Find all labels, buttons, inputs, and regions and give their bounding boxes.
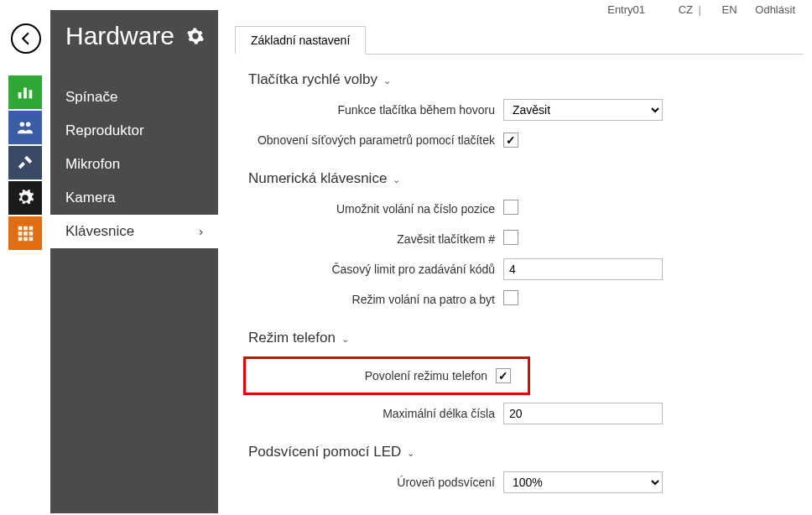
row-reset-network: Obnovení síťových parametrů pomocí tlačí… bbox=[243, 128, 804, 152]
row-code-timeout: Časový limit pro zadávání kódů bbox=[243, 258, 804, 281]
row-allow-position-dial: Umožnit volání na číslo pozice bbox=[243, 197, 804, 221]
people-icon bbox=[16, 118, 34, 137]
content: Základní nastavení Tlačítka rychlé volby… bbox=[235, 25, 804, 512]
label-hangup-hash: Zavěsit tlačítkem # bbox=[243, 232, 503, 246]
icon-rail bbox=[8, 75, 42, 252]
lang-switch[interactable]: CZ | EN bbox=[664, 3, 741, 16]
chevron-down-icon: ⌄ bbox=[407, 448, 414, 458]
svg-rect-1 bbox=[23, 88, 27, 99]
chevron-right-icon: › bbox=[199, 225, 203, 238]
sidebar: Hardware Spínače Reproduktor Mikrofon Ka… bbox=[50, 10, 218, 513]
label-floor-apartment: Režim volání na patro a byt bbox=[243, 293, 503, 306]
rail-services[interactable] bbox=[8, 146, 42, 179]
back-button[interactable] bbox=[11, 23, 41, 54]
svg-rect-0 bbox=[18, 92, 22, 98]
section-phone-mode: Režim telefon ⌄ Povolení režimu telefon … bbox=[243, 330, 804, 425]
page-title: Hardware bbox=[65, 22, 174, 50]
section-numeric-keypad: Numerická klávesnice ⌄ Umožnit volání na… bbox=[243, 170, 804, 311]
section-title-led-backlight[interactable]: Podsvícení pomocí LED ⌄ bbox=[243, 444, 804, 460]
section-led-backlight: Podsvícení pomocí LED ⌄ Úroveň podsvícen… bbox=[243, 444, 804, 494]
sidebar-title: Hardware bbox=[50, 10, 218, 57]
sidebar-item-label: Reproduktor bbox=[65, 122, 144, 139]
svg-point-4 bbox=[26, 122, 30, 127]
row-button-function: Funkce tlačítka během hovoru Zavěsit bbox=[243, 98, 804, 122]
gear-icon[interactable] bbox=[186, 27, 205, 45]
label-allow-position-dial: Umožnit volání na číslo pozice bbox=[243, 202, 503, 216]
lang-cz[interactable]: CZ bbox=[679, 3, 693, 16]
row-enable-phone: Povolení režimu telefon bbox=[246, 364, 528, 388]
arrow-left-icon bbox=[18, 31, 34, 46]
section-title-numeric-keypad[interactable]: Numerická klávesnice ⌄ bbox=[243, 170, 804, 187]
sidebar-item-label: Kamera bbox=[65, 190, 116, 206]
section-title-quick-dial[interactable]: Tlačítka rychlé volby ⌄ bbox=[243, 71, 804, 88]
label-enable-phone: Povolení režimu telefon bbox=[246, 369, 496, 382]
topbar: Entry01 CZ | EN Odhlásit bbox=[592, 3, 795, 16]
sidebar-item-switches[interactable]: Spínače bbox=[50, 81, 218, 114]
sidebar-item-label: Mikrofon bbox=[65, 156, 120, 173]
rail-directory[interactable] bbox=[8, 111, 42, 144]
rail-status[interactable] bbox=[8, 75, 42, 109]
tab-basic-settings[interactable]: Základní nastavení bbox=[235, 26, 366, 55]
rail-system[interactable] bbox=[8, 216, 42, 250]
checkbox-reset-network[interactable] bbox=[503, 133, 518, 148]
sidebar-item-microphone[interactable]: Mikrofon bbox=[50, 148, 218, 181]
bars-icon bbox=[16, 83, 34, 101]
svg-rect-11 bbox=[18, 237, 23, 242]
section-quick-dial: Tlačítka rychlé volby ⌄ Funkce tlačítka … bbox=[243, 71, 804, 152]
highlight-enable-phone: Povolení režimu telefon bbox=[243, 356, 530, 395]
label-max-number-length: Maximální délka čísla bbox=[243, 407, 503, 420]
label-code-timeout: Časový limit pro zadávání kódů bbox=[243, 263, 503, 276]
row-floor-apartment: Režim volání na patro a byt bbox=[243, 288, 804, 311]
chevron-down-icon: ⌄ bbox=[393, 174, 400, 185]
svg-rect-5 bbox=[18, 226, 23, 231]
tabs: Základní nastavení bbox=[235, 25, 804, 55]
tools-icon bbox=[16, 153, 34, 172]
grid-icon bbox=[16, 224, 34, 242]
chevron-down-icon: ⌄ bbox=[383, 75, 391, 86]
chevron-down-icon: ⌄ bbox=[341, 334, 349, 344]
sidebar-item-speaker[interactable]: Reproduktor bbox=[50, 114, 218, 148]
svg-rect-8 bbox=[18, 231, 23, 236]
label-backlight-level: Úroveň podsvícení bbox=[243, 476, 503, 489]
svg-point-3 bbox=[20, 122, 24, 127]
section-title-phone-mode[interactable]: Režim telefon ⌄ bbox=[243, 330, 804, 346]
row-backlight-level: Úroveň podsvícení 100% bbox=[243, 471, 804, 494]
row-max-number-length: Maximální délka čísla bbox=[243, 402, 804, 425]
label-reset-network: Obnovení síťových parametrů pomocí tlačí… bbox=[243, 133, 503, 147]
sidebar-item-label: Spínače bbox=[65, 89, 117, 106]
label-button-function: Funkce tlačítka během hovoru bbox=[243, 103, 503, 117]
svg-rect-13 bbox=[29, 237, 34, 242]
checkbox-floor-apartment[interactable] bbox=[503, 290, 518, 305]
svg-rect-2 bbox=[29, 90, 33, 98]
select-button-function[interactable]: Zavěsit bbox=[503, 99, 663, 121]
row-hangup-hash: Zavěsit tlačítkem # bbox=[243, 227, 804, 251]
select-backlight-level[interactable]: 100% bbox=[503, 471, 663, 493]
checkbox-enable-phone[interactable] bbox=[496, 368, 511, 383]
lang-separator: | bbox=[695, 3, 705, 16]
entry-name[interactable]: Entry01 bbox=[607, 3, 645, 16]
lang-en[interactable]: EN bbox=[722, 3, 737, 16]
checkbox-hangup-hash[interactable] bbox=[503, 230, 518, 245]
svg-rect-10 bbox=[29, 231, 34, 236]
gear-icon bbox=[16, 189, 34, 207]
rail-hardware[interactable] bbox=[8, 181, 42, 215]
svg-rect-6 bbox=[23, 226, 28, 231]
checkbox-allow-position-dial[interactable] bbox=[503, 200, 518, 215]
logout-link[interactable]: Odhlásit bbox=[755, 3, 795, 16]
input-code-timeout[interactable] bbox=[503, 258, 663, 280]
svg-rect-7 bbox=[29, 226, 34, 231]
svg-rect-9 bbox=[23, 231, 28, 236]
sidebar-item-label: Klávesnice bbox=[65, 223, 134, 240]
sidebar-item-keyboard[interactable]: Klávesnice› bbox=[50, 215, 218, 248]
sidebar-item-camera[interactable]: Kamera bbox=[50, 181, 218, 215]
input-max-number-length[interactable] bbox=[503, 403, 663, 424]
svg-rect-12 bbox=[23, 237, 28, 242]
sidebar-menu: Spínače Reproduktor Mikrofon Kamera Kláv… bbox=[50, 81, 218, 248]
